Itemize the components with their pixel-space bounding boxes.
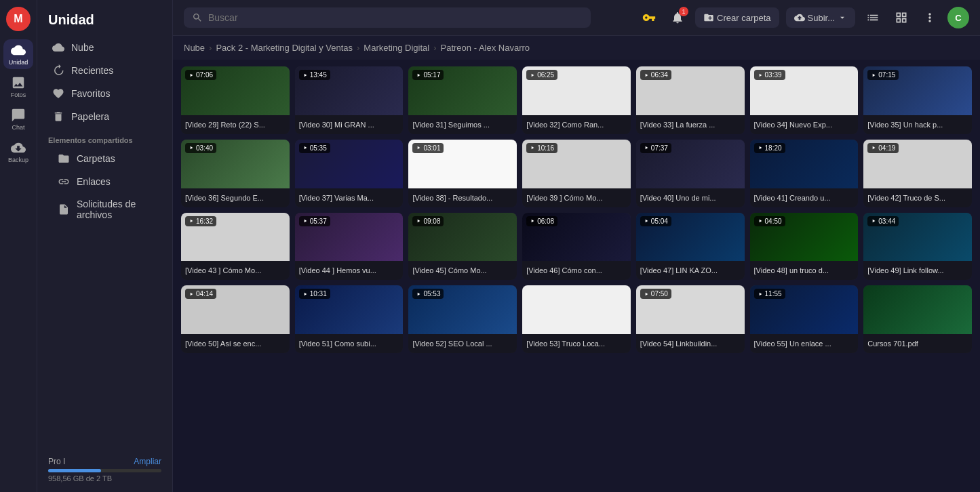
video-thumb-v40: 07:37 xyxy=(636,140,745,188)
video-thumb-v30: 13:45 xyxy=(295,66,404,115)
video-card-v29[interactable]: 07:06[Video 29] Reto (22) S... xyxy=(181,66,290,134)
breadcrumb-nube[interactable]: Nube xyxy=(184,43,205,53)
video-duration-v35: 07:15 xyxy=(867,70,899,80)
video-card-v48[interactable]: 04:50[Video 48] un truco d... xyxy=(750,213,859,281)
video-thumb-v43: 16:32 xyxy=(181,213,290,262)
video-card-v43[interactable]: 16:32[Video 43 ] Cómo Mo... xyxy=(181,213,290,281)
more-menu-btn[interactable] xyxy=(919,7,941,28)
video-label-v33: [Video 33] La fuerza ... xyxy=(636,115,745,134)
video-card-v51[interactable]: 10:31[Video 51] Como subi... xyxy=(295,285,404,353)
upload-btn[interactable]: Subir... xyxy=(786,7,855,28)
video-duration-v40: 07:37 xyxy=(640,143,671,153)
video-card-v55[interactable]: 11:55[Video 55] Un enlace ... xyxy=(750,285,859,353)
video-card-v45[interactable]: 09:08[Video 45] Cómo Mo... xyxy=(408,213,517,281)
video-card-v35[interactable]: 07:15[Video 35] Un hack p... xyxy=(863,66,972,134)
storage-bar xyxy=(48,469,161,472)
carpetas-icon xyxy=(58,152,70,165)
sidebar-item-backup[interactable]: Backup xyxy=(3,137,33,167)
backup-icon xyxy=(11,140,26,155)
video-card-v30[interactable]: 13:45[Video 30] Mi GRAN ... xyxy=(295,66,404,134)
video-card-v33[interactable]: 06:34[Video 33] La fuerza ... xyxy=(636,66,745,134)
nav-solicitudes[interactable]: Solicitudes de archivos xyxy=(41,193,168,226)
video-card-v34[interactable]: 03:39[Video 34] Nuevo Exp... xyxy=(750,66,859,134)
video-card-v36[interactable]: 03:40[Video 36] Segundo E... xyxy=(181,140,290,207)
video-duration-v34: 03:39 xyxy=(754,70,785,80)
create-folder-icon xyxy=(703,12,714,23)
video-thumb-v46: 06:08 xyxy=(522,213,631,262)
bell-icon-btn[interactable]: 1 xyxy=(667,7,688,28)
nav-panel: Unidad Nube Recientes Favoritos Papelera… xyxy=(37,0,173,492)
video-duration-v32: 06:25 xyxy=(526,70,557,80)
nav-papelera[interactable]: Papelera xyxy=(41,105,168,128)
breadcrumb-marketing[interactable]: Marketing Digital xyxy=(364,43,429,53)
video-thumb-v49: 03:44 xyxy=(863,213,972,262)
breadcrumb-patreon[interactable]: Patreon - Alex Navarro xyxy=(441,43,530,53)
video-card-v41[interactable]: 18:20[Video 41] Creando u... xyxy=(750,140,859,207)
key-icon-btn[interactable] xyxy=(638,7,660,28)
list-view-btn[interactable] xyxy=(862,7,884,28)
video-card-v46[interactable]: 06:08[Video 46] Cómo con... xyxy=(522,213,631,281)
nav-carpetas[interactable]: Carpetas xyxy=(41,147,168,170)
video-thumb-v48: 04:50 xyxy=(750,213,859,262)
video-label-v34: [Video 34] Nuevo Exp... xyxy=(750,115,859,134)
breadcrumb-pack2[interactable]: Pack 2 - Marketing Digital y Ventas xyxy=(216,43,353,53)
nav-favoritos[interactable]: Favoritos xyxy=(41,82,168,105)
video-label-v30: [Video 30] Mi GRAN ... xyxy=(295,115,404,134)
video-label-v36: [Video 36] Segundo E... xyxy=(181,188,290,207)
video-duration-v43: 16:32 xyxy=(185,216,216,226)
video-label-cursos: Cursos 701.pdf xyxy=(863,334,972,353)
video-card-cursos[interactable]: Cursos 701.pdf xyxy=(863,285,972,353)
video-card-v53[interactable]: [Video 53] Truco Loca... xyxy=(522,285,631,353)
video-thumb-v32: 06:25 xyxy=(522,66,631,115)
video-duration-v51: 10:31 xyxy=(299,289,330,299)
video-card-v31[interactable]: 05:17[Video 31] Seguimos ... xyxy=(408,66,517,134)
grid-view-btn[interactable] xyxy=(890,7,912,28)
video-thumb-v47: 05:04 xyxy=(636,213,745,262)
nav-recientes[interactable]: Recientes xyxy=(41,59,168,82)
papelera-icon xyxy=(52,110,64,123)
video-duration-v30: 13:45 xyxy=(299,70,330,80)
video-thumb-v54: 07:50 xyxy=(636,285,745,334)
video-card-v38[interactable]: 03:01[Video 38] - Resultado... xyxy=(408,140,517,207)
user-avatar-small[interactable]: M xyxy=(6,7,31,31)
video-duration-v48: 04:50 xyxy=(754,216,785,226)
video-card-v40[interactable]: 07:37[Video 40] Uno de mi... xyxy=(636,140,745,207)
sidebar-item-unidad[interactable]: Unidad xyxy=(3,39,33,69)
video-card-v54[interactable]: 07:50[Video 54] Linkbuildin... xyxy=(636,285,745,353)
sidebar-item-fotos[interactable]: Fotos xyxy=(3,72,33,102)
shared-section-label: Elementos compartidos xyxy=(37,128,172,147)
user-avatar[interactable]: C xyxy=(947,7,969,28)
sidebar-item-chat[interactable]: Chat xyxy=(3,104,33,134)
video-label-v49: [Video 49] Link follow... xyxy=(863,261,972,280)
upgrade-link[interactable]: Ampliar xyxy=(134,457,161,466)
video-card-v39[interactable]: 10:16[Video 39 ] Cómo Mo... xyxy=(522,140,631,207)
video-label-v47: [Video 47] LIN KA ZO... xyxy=(636,261,745,280)
video-thumb-v53 xyxy=(522,285,631,334)
video-label-v48: [Video 48] un truco d... xyxy=(750,261,859,280)
video-label-v51: [Video 51] Como subi... xyxy=(295,334,404,353)
nav-nube[interactable]: Nube xyxy=(41,36,168,59)
create-folder-btn[interactable]: Crear carpeta xyxy=(695,7,779,28)
video-duration-v33: 06:34 xyxy=(640,70,671,80)
search-box[interactable] xyxy=(184,7,591,28)
video-card-v52[interactable]: 05:53[Video 52] SEO Local ... xyxy=(408,285,517,353)
breadcrumb: Nube › Pack 2 - Marketing Digital y Vent… xyxy=(173,36,980,60)
search-icon xyxy=(192,12,203,23)
video-card-v47[interactable]: 05:04[Video 47] LIN KA ZO... xyxy=(636,213,745,281)
video-card-v44[interactable]: 05:37[Video 44 ] Hemos vu... xyxy=(295,213,404,281)
video-label-v50: [Video 50] Así se enc... xyxy=(181,334,290,353)
video-card-v37[interactable]: 05:35[Video 37] Varias Ma... xyxy=(295,140,404,207)
solicitudes-icon xyxy=(58,203,70,216)
video-label-v54: [Video 54] Linkbuildin... xyxy=(636,334,745,353)
sidebar: M Unidad Fotos Chat Backup xyxy=(0,0,37,492)
nav-enlaces[interactable]: Enlaces xyxy=(41,170,168,193)
key-icon xyxy=(642,11,656,24)
video-card-v49[interactable]: 03:44[Video 49] Link follow... xyxy=(863,213,972,281)
video-card-v50[interactable]: 04:14[Video 50] Así se enc... xyxy=(181,285,290,353)
cloud-icon xyxy=(11,43,26,58)
grid-view-icon xyxy=(895,11,908,24)
enlaces-icon xyxy=(58,176,70,188)
video-card-v32[interactable]: 06:25[Video 32] Como Ran... xyxy=(522,66,631,134)
search-input[interactable] xyxy=(208,12,583,23)
video-card-v42[interactable]: 04:19[Video 42] Truco de S... xyxy=(863,140,972,207)
